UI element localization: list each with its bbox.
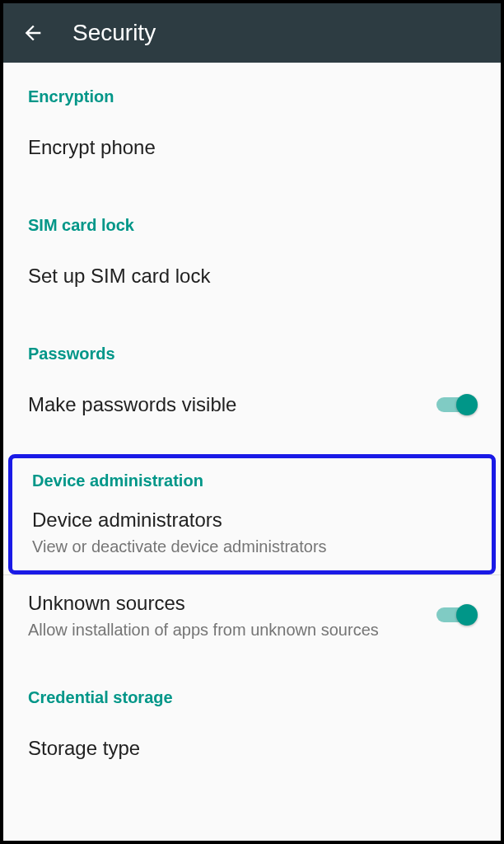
setting-title: Unknown sources [28,590,420,616]
page-title: Security [72,20,156,46]
passwords-visible-toggle[interactable] [436,397,476,412]
toggle-knob [456,604,478,626]
arrow-back-icon [21,21,44,45]
setting-storage-type[interactable]: Storage type [3,720,501,761]
toggle-knob [456,394,478,415]
section-header-credential: Credential storage [3,663,501,720]
section-header-device-admin: Device administration [12,458,492,499]
section-header-encryption: Encryption [3,63,501,120]
back-button[interactable] [18,18,48,48]
setting-title: Make passwords visible [28,392,420,417]
setting-title: Set up SIM card lock [28,263,476,288]
setting-title: Device administrators [32,507,472,532]
setting-unknown-sources[interactable]: Unknown sources Allow installation of ap… [3,575,501,655]
section-header-sim-lock: SIM card lock [3,191,501,248]
setting-passwords-visible[interactable]: Make passwords visible [3,377,501,432]
setting-encrypt-phone[interactable]: Encrypt phone [3,120,501,175]
setting-device-administrators[interactable]: Device administrators View or deactivate… [12,499,492,570]
settings-content: Encryption Encrypt phone SIM card lock S… [3,63,501,761]
setting-subtitle: View or deactivate device administrators [32,536,472,557]
app-header: Security [3,3,501,63]
section-header-passwords: Passwords [3,320,501,377]
setting-subtitle: Allow installation of apps from unknown … [28,619,420,640]
highlight-annotation: Device administration Device administrat… [8,454,496,574]
setting-sim-lock[interactable]: Set up SIM card lock [3,248,501,303]
setting-title: Storage type [28,735,476,761]
setting-title: Encrypt phone [28,134,476,160]
unknown-sources-toggle[interactable] [436,607,476,622]
